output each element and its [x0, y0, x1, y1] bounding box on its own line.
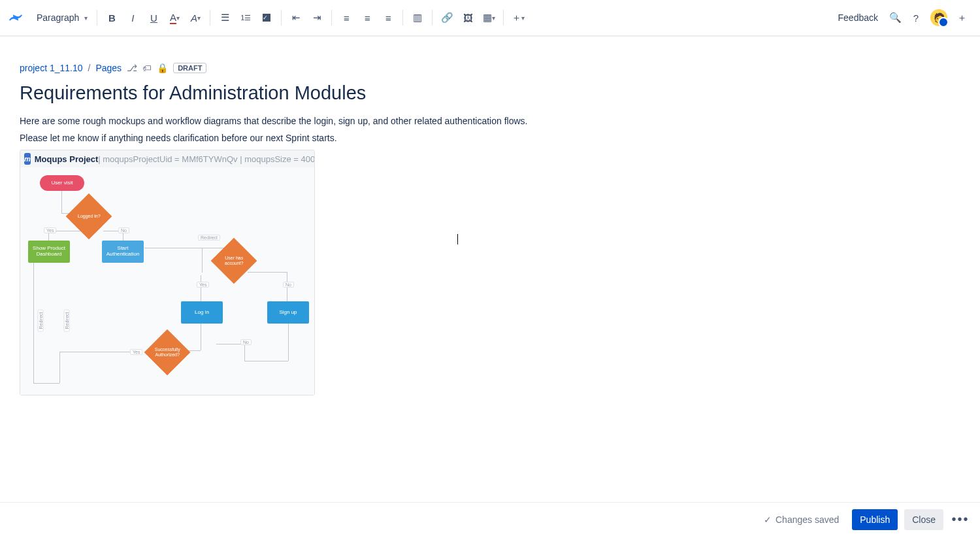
breadcrumb: project 1_11.10 / Pages ⎇ 🏷 🔒 DRAFT — [20, 63, 960, 73]
flow-edge-label: Yes — [130, 349, 142, 355]
moqups-logo-icon: m — [24, 153, 31, 165]
macro-title: Moqups Project — [35, 154, 99, 164]
layout-button[interactable]: ▥ — [407, 7, 428, 28]
search-icon[interactable]: 🔍 — [885, 7, 906, 28]
paragraph[interactable]: Please let me know if anything needs cla… — [20, 133, 960, 143]
underline-button[interactable]: U — [143, 7, 164, 28]
flow-node-start: User visit — [40, 175, 84, 191]
draft-badge: DRAFT — [173, 63, 206, 73]
invite-button[interactable]: ＋ — [951, 7, 972, 28]
text-style-select[interactable]: Paragraph ▾ — [31, 7, 93, 28]
flow-edge-label: Redirect — [64, 309, 70, 331]
flow-edge-label: No — [240, 339, 252, 345]
breadcrumb-separator: / — [88, 63, 91, 73]
separator — [402, 10, 403, 25]
moqups-macro[interactable]: m Moqups Project | moqupsProjectUid = MM… — [20, 150, 315, 395]
align-center-button[interactable]: ≡ — [357, 7, 378, 28]
italic-button[interactable]: I — [122, 7, 143, 28]
labels-icon[interactable]: 🏷 — [142, 63, 152, 73]
flow-node-signup: Sign up — [267, 301, 309, 324]
flowchart-diagram: User visit Logged in? Show Product Dashb… — [20, 167, 314, 395]
text-color-button[interactable]: A ▾ — [164, 7, 185, 28]
separator — [503, 10, 504, 25]
align-left-button[interactable]: ≡ — [336, 7, 357, 28]
help-icon[interactable]: ? — [906, 7, 926, 28]
paragraph[interactable]: Here are some rough mockups and workflow… — [20, 116, 960, 126]
text-cursor — [457, 234, 458, 244]
flow-edge-label: Yes — [197, 282, 209, 288]
flow-edge-label: Redirect — [198, 235, 220, 241]
chevron-down-icon: ▾ — [84, 14, 88, 22]
bullet-list-button[interactable]: ☰ — [214, 7, 235, 28]
breadcrumb-pages[interactable]: Pages — [95, 63, 122, 73]
flow-edge-label: Redirect — [38, 309, 44, 331]
link-button[interactable]: 🔗 — [436, 7, 457, 28]
flow-edge-label: No — [118, 227, 129, 233]
separator — [210, 10, 210, 25]
numbered-list-button[interactable]: 1☰ — [235, 7, 256, 28]
page-title[interactable]: Requirements for Administration Modules — [20, 82, 960, 104]
align-right-button[interactable]: ≡ — [378, 7, 399, 28]
insert-more-button[interactable]: ＋ ▾ — [508, 7, 529, 28]
page-tree-icon[interactable]: ⎇ — [127, 63, 137, 73]
feedback-link[interactable]: Feedback — [832, 12, 885, 23]
separator — [331, 10, 332, 25]
confluence-logo-icon[interactable] — [8, 10, 24, 25]
highlight-button[interactable]: A ▾ — [185, 7, 206, 28]
image-button[interactable]: 🖼 — [457, 7, 478, 28]
breadcrumb-project[interactable]: project 1_11.10 — [20, 63, 83, 73]
avatar[interactable]: 🧑 — [930, 9, 947, 26]
flow-node-login: Log in — [181, 301, 223, 324]
bold-button[interactable]: B — [101, 7, 122, 28]
restrictions-icon[interactable]: 🔒 — [157, 63, 168, 73]
indent-button[interactable]: ⇥ — [306, 7, 327, 28]
flow-node-logged-in: Logged in? — [73, 200, 105, 233]
flow-edge-label: No — [283, 282, 294, 288]
editor-toolbar: Paragraph ▾ B I U A ▾ A ▾ ☰ 1☰ ✓ ⇤ ⇥ ≡ ≡… — [0, 0, 980, 37]
flow-node-dashboard: Show Product Dashboard — [28, 241, 70, 263]
task-list-button[interactable]: ✓ — [256, 7, 277, 28]
macro-meta: | moqupsProjectUid = MMf6TYWnQv | moqups… — [98, 154, 314, 164]
outdent-button[interactable]: ⇤ — [286, 7, 306, 28]
separator — [281, 10, 282, 25]
flow-node-authorized: Successfully Authorized? — [151, 336, 184, 369]
separator — [97, 10, 97, 25]
table-button[interactable]: ▦ ▾ — [478, 7, 499, 28]
text-style-label: Paragraph — [37, 12, 79, 23]
separator — [432, 10, 433, 25]
flow-edge-label: Yes — [44, 227, 56, 233]
flow-node-has-account: User has account? — [218, 244, 250, 277]
macro-header: m Moqups Project | moqupsProjectUid = MM… — [20, 150, 314, 167]
flow-node-start-auth: Start Authentication — [102, 241, 144, 263]
editor-content[interactable]: project 1_11.10 / Pages ⎇ 🏷 🔒 DRAFT Requ… — [0, 37, 980, 395]
